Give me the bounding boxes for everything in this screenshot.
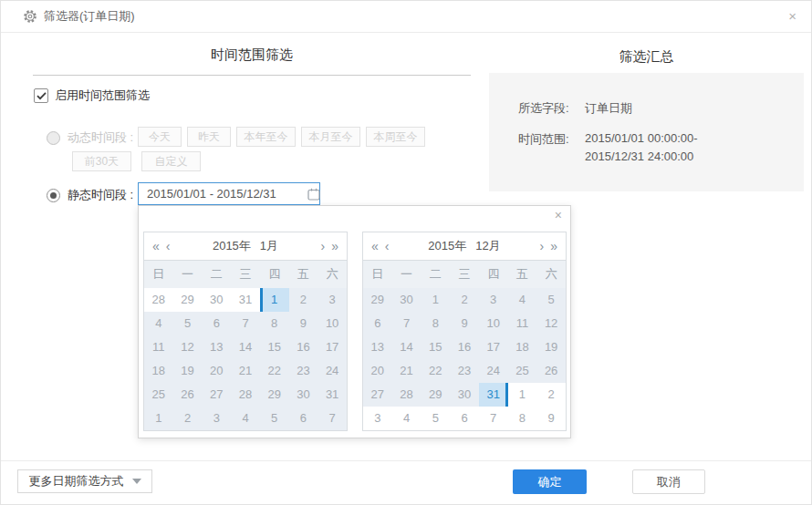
day-cell[interactable]: 25 [144, 383, 173, 407]
day-cell[interactable]: 4 [508, 288, 537, 312]
day-cell[interactable]: 21 [392, 359, 422, 383]
day-cell[interactable]: 5 [421, 407, 450, 430]
day-cell[interactable]: 4 [392, 407, 422, 430]
day-cell[interactable]: 2 [173, 407, 203, 430]
day-cell[interactable]: 9 [450, 312, 479, 335]
day-cell[interactable]: 31 [479, 383, 508, 407]
next-month-icon[interactable]: › [540, 240, 545, 252]
day-cell[interactable]: 15 [421, 335, 450, 359]
enable-range-row[interactable]: 启用时间范围筛选 [34, 88, 150, 104]
day-cell[interactable]: 1 [144, 407, 173, 430]
day-cell[interactable]: 6 [363, 312, 392, 335]
day-cell[interactable]: 2 [536, 383, 566, 407]
dynamic-period-button[interactable]: 今天 [138, 127, 182, 147]
day-cell[interactable]: 1 [508, 383, 537, 407]
calendar-year-label[interactable]: 2015年 [428, 239, 466, 252]
day-cell[interactable]: 31 [318, 383, 347, 407]
day-cell[interactable]: 3 [318, 288, 347, 312]
day-cell[interactable]: 4 [144, 312, 173, 335]
day-cell[interactable]: 30 [202, 288, 231, 312]
day-cell[interactable]: 3 [479, 288, 508, 312]
day-cell[interactable]: 27 [363, 383, 392, 407]
next-year-icon[interactable]: » [331, 240, 338, 252]
day-cell[interactable]: 7 [318, 407, 347, 430]
next-month-icon[interactable]: › [321, 240, 326, 252]
dynamic-period-button[interactable]: 本周至今 [366, 127, 425, 147]
day-cell[interactable]: 11 [144, 335, 173, 359]
calendar-month-label[interactable]: 12月 [475, 239, 500, 252]
day-cell[interactable]: 26 [173, 383, 203, 407]
day-cell[interactable]: 16 [450, 335, 479, 359]
day-cell[interactable]: 1 [421, 288, 450, 312]
day-cell[interactable]: 5 [173, 312, 203, 335]
static-period-radio[interactable] [47, 189, 60, 202]
day-cell[interactable]: 25 [508, 359, 537, 383]
dynamic-period-radio[interactable] [47, 131, 60, 145]
day-cell[interactable]: 13 [363, 335, 392, 359]
day-cell[interactable]: 5 [260, 407, 289, 430]
day-cell[interactable]: 14 [392, 335, 422, 359]
day-cell[interactable]: 20 [363, 359, 392, 383]
next-year-icon[interactable]: » [550, 240, 557, 252]
day-cell[interactable]: 8 [421, 312, 450, 335]
day-cell[interactable]: 14 [231, 335, 260, 359]
dynamic-period-button[interactable]: 自定义 [141, 151, 201, 171]
day-cell[interactable]: 18 [508, 335, 537, 359]
day-cell[interactable]: 6 [289, 407, 318, 430]
day-cell[interactable]: 8 [508, 407, 537, 430]
calendar-year-label[interactable]: 2015年 [213, 239, 251, 252]
day-cell[interactable]: 12 [173, 335, 203, 359]
day-cell[interactable]: 21 [231, 359, 260, 383]
day-cell[interactable]: 16 [289, 335, 318, 359]
day-cell[interactable]: 6 [202, 312, 231, 335]
day-cell[interactable]: 19 [173, 359, 203, 383]
day-cell[interactable]: 22 [260, 359, 289, 383]
day-cell[interactable]: 31 [231, 288, 260, 312]
day-cell[interactable]: 12 [536, 312, 566, 335]
day-cell[interactable]: 9 [289, 312, 318, 335]
day-cell[interactable]: 23 [450, 359, 479, 383]
day-cell[interactable]: 20 [202, 359, 231, 383]
ok-button[interactable]: 确定 [513, 469, 587, 494]
day-cell[interactable]: 3 [202, 407, 231, 430]
day-cell[interactable]: 2 [289, 288, 318, 312]
day-cell[interactable]: 10 [318, 312, 347, 335]
dynamic-period-button[interactable]: 本年至今 [236, 127, 296, 147]
day-cell[interactable]: 1 [260, 288, 289, 312]
day-cell[interactable]: 10 [479, 312, 508, 335]
day-cell[interactable]: 30 [450, 383, 479, 407]
day-cell[interactable]: 9 [536, 407, 566, 430]
day-cell[interactable]: 7 [479, 407, 508, 430]
date-range-input[interactable] [139, 187, 307, 201]
day-cell[interactable]: 27 [202, 383, 231, 407]
day-cell[interactable]: 8 [260, 312, 289, 335]
dialog-close-icon[interactable]: × [788, 9, 796, 23]
more-filter-button[interactable]: 更多日期筛选方式 [17, 469, 152, 493]
day-cell[interactable]: 29 [421, 383, 450, 407]
day-cell[interactable]: 30 [392, 288, 422, 312]
day-cell[interactable]: 24 [479, 359, 508, 383]
day-cell[interactable]: 24 [318, 359, 347, 383]
day-cell[interactable]: 6 [450, 407, 479, 430]
day-cell[interactable]: 22 [421, 359, 450, 383]
prev-year-icon[interactable]: « [371, 240, 379, 252]
calendar-icon[interactable] [307, 188, 320, 201]
day-cell[interactable]: 13 [202, 335, 231, 359]
dynamic-period-button[interactable]: 前30天 [72, 151, 131, 171]
day-cell[interactable]: 7 [392, 312, 422, 335]
day-cell[interactable]: 23 [289, 359, 318, 383]
day-cell[interactable]: 7 [231, 312, 260, 335]
cancel-button[interactable]: 取消 [632, 469, 705, 494]
day-cell[interactable]: 29 [260, 383, 289, 407]
day-cell[interactable]: 28 [144, 288, 173, 312]
day-cell[interactable]: 18 [144, 359, 173, 383]
day-cell[interactable]: 15 [260, 335, 289, 359]
dynamic-period-button[interactable]: 昨天 [187, 127, 231, 147]
day-cell[interactable]: 29 [173, 288, 203, 312]
day-cell[interactable]: 28 [231, 383, 260, 407]
day-cell[interactable]: 2 [450, 288, 479, 312]
day-cell[interactable]: 11 [508, 312, 537, 335]
dynamic-period-button[interactable]: 本月至今 [301, 127, 360, 147]
enable-range-checkbox[interactable] [34, 88, 48, 103]
day-cell[interactable]: 29 [363, 288, 392, 312]
